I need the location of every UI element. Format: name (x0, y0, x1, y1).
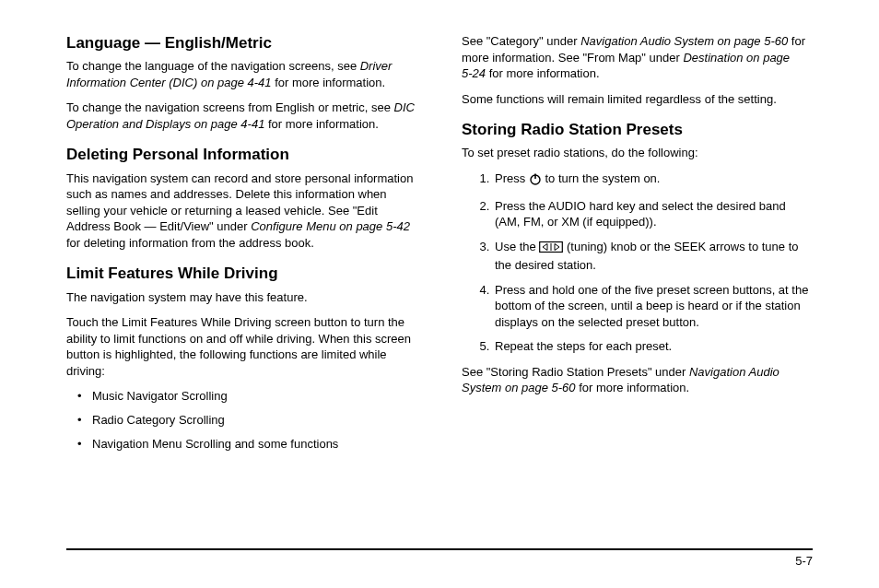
text: See "Category" under (462, 34, 580, 48)
paragraph: See "Storing Radio Station Presets" unde… (462, 364, 813, 396)
page-footer: 5-7 (66, 548, 813, 568)
list-item: Radio Category Scrolling (92, 412, 417, 429)
paragraph: To set preset radio stations, do the fol… (462, 145, 813, 161)
footer-rule (66, 548, 813, 550)
paragraph: To change the navigation screens from En… (66, 100, 417, 132)
list-item: Press to turn the system on. (493, 171, 813, 190)
svg-marker-4 (555, 243, 559, 250)
list-item: Use the (tuning) knob or the SEEK arrows… (493, 239, 813, 274)
manual-page: Language — English/Metric To change the … (0, 0, 879, 588)
two-column-layout: Language — English/Metric To change the … (66, 33, 813, 549)
text: for more information. (576, 381, 690, 394)
paragraph: Some functions will remain limited regar… (462, 91, 813, 108)
text: See "Storing Radio Station Presets" unde… (462, 365, 689, 379)
paragraph: This navigation system can record and st… (66, 171, 417, 252)
list-item: Press the AUDIO hard key and select the … (493, 198, 813, 230)
power-icon (529, 172, 542, 190)
numbered-list: Press to turn the system on. Press the A… (462, 171, 813, 355)
list-item: Press and hold one of the five preset sc… (493, 282, 813, 331)
text: for deleting information from the addres… (66, 236, 314, 250)
heading-limit-features: Limit Features While Driving (66, 264, 417, 283)
text: for more information. (486, 66, 600, 80)
heading-deleting-personal-info: Deleting Personal Information (66, 145, 417, 164)
text: to turn the system on. (542, 171, 661, 185)
cross-reference: Navigation Audio System on page 5‑60 (580, 34, 788, 48)
text: To change the navigation screens from En… (66, 100, 394, 114)
heading-language: Language — English/Metric (66, 33, 417, 53)
text: Press (495, 171, 529, 185)
bullet-list: Music Navigator Scrolling Radio Category… (66, 388, 417, 452)
text: for more information. (264, 117, 379, 131)
text: for more information. (272, 76, 386, 89)
cross-reference: Configure Menu on page 5‑42 (251, 219, 410, 233)
svg-marker-3 (543, 243, 547, 250)
list-item: Music Navigator Scrolling (92, 388, 417, 405)
tuning-knob-icon (539, 241, 563, 258)
heading-storing-presets: Storing Radio Station Presets (462, 120, 813, 139)
list-item: Navigation Menu Scrolling and some funct… (92, 436, 417, 453)
paragraph: Touch the Limit Features While Driving s… (66, 314, 417, 379)
list-item: Repeat the steps for each preset. (493, 338, 813, 355)
paragraph: To change the language of the navigation… (66, 58, 417, 90)
text: To change the language of the navigation… (66, 59, 360, 73)
paragraph: See "Category" under Navigation Audio Sy… (462, 33, 813, 82)
paragraph: The navigation system may have this feat… (66, 289, 417, 306)
page-number: 5-7 (66, 554, 813, 568)
text: Use the (495, 240, 539, 253)
